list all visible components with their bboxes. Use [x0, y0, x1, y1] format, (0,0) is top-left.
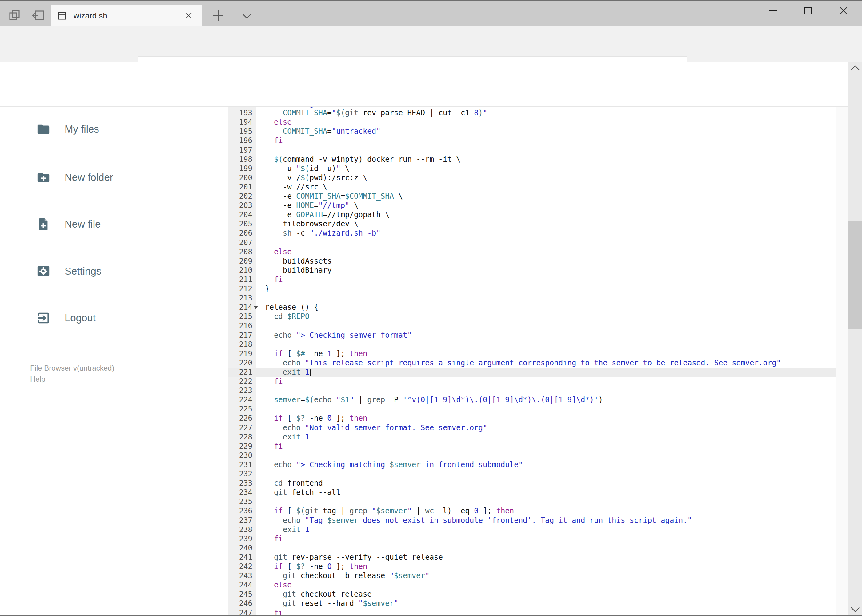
- code-line[interactable]: 217 echo "> Checking semver format": [229, 331, 836, 340]
- code-line[interactable]: 220 echo "This release script requires a…: [229, 358, 836, 368]
- line-number: 203: [229, 201, 252, 210]
- settings-icon: [36, 264, 50, 278]
- code-line[interactable]: 230: [229, 451, 836, 460]
- tab-list-button[interactable]: [237, 9, 257, 23]
- app-header: [0, 61, 862, 107]
- code-line[interactable]: 194 else: [229, 118, 836, 127]
- code-line[interactable]: 238 exit 1: [229, 525, 836, 534]
- scrollbar-thumb[interactable]: [848, 222, 862, 329]
- sidebar-item-new-file[interactable]: New file: [0, 210, 228, 238]
- code-line[interactable]: 197: [229, 146, 836, 155]
- code-line[interactable]: 237 echo "Tag $semver does not exist in …: [229, 516, 836, 525]
- code-text: exit 1: [265, 525, 310, 534]
- code-line[interactable]: 210 buildBinary: [229, 266, 836, 275]
- code-line[interactable]: 244 else: [229, 580, 836, 590]
- code-line[interactable]: 236 if [ $(git tag | grep "$semver" | wc…: [229, 506, 836, 516]
- line-number: 202: [229, 192, 252, 201]
- code-line[interactable]: 239 fi: [229, 534, 836, 544]
- fold-arrow-icon[interactable]: [254, 306, 258, 309]
- code-text: else: [265, 247, 292, 256]
- code-line[interactable]: 206 sh -c "./wizard.sh -b": [229, 228, 836, 238]
- code-line[interactable]: 227 echo "Not valid semver format. See s…: [229, 423, 836, 433]
- code-line[interactable]: 196 fi: [229, 136, 836, 146]
- code-line[interactable]: 202 -e COMMIT_SHA=$COMMIT_SHA \: [229, 192, 836, 201]
- sidebar-footer: File Browser v(untracked) Help: [30, 363, 114, 385]
- help-link[interactable]: Help: [30, 374, 114, 385]
- sidebar-item-new-folder[interactable]: New folder: [0, 163, 228, 192]
- code-line[interactable]: 242 if [ $? -ne 0 ]; then: [229, 562, 836, 571]
- code-line[interactable]: 233 cd frontend: [229, 479, 836, 488]
- browser-tab[interactable]: wizard.sh: [51, 5, 202, 27]
- code-line[interactable]: 203 -e HOME="//tmp" \: [229, 201, 836, 211]
- sidebar-item-my-files[interactable]: My files: [0, 115, 228, 143]
- code-line[interactable]: 246 git reset --hard "$semver": [229, 599, 836, 608]
- tab-close-button[interactable]: [182, 9, 195, 22]
- line-number: 233: [229, 479, 252, 488]
- code-line[interactable]: 201 -w //src \: [229, 182, 836, 192]
- code-text: }: [265, 284, 269, 293]
- code-line-active[interactable]: 221 exit 1: [229, 368, 836, 377]
- code-line[interactable]: 240: [229, 544, 836, 553]
- code-line[interactable]: 207: [229, 238, 836, 248]
- line-number: 196: [229, 136, 252, 145]
- logout-icon: [36, 311, 50, 325]
- code-line[interactable]: 209 buildAssets: [229, 256, 836, 266]
- minimize-button[interactable]: [759, 1, 786, 21]
- code-line[interactable]: 215 cd $REPO: [229, 312, 836, 321]
- code-line[interactable]: 232: [229, 469, 836, 479]
- sidebar-item-logout[interactable]: Logout: [0, 304, 228, 332]
- code-text: sh -c "./wizard.sh -b": [265, 228, 381, 238]
- code-line[interactable]: 193 COMMIT_SHA="$(git rev-parse HEAD | c…: [229, 108, 836, 118]
- code-line[interactable]: 208 else: [229, 247, 836, 257]
- code-text: git checkout -b release "$semver": [265, 571, 430, 580]
- maximize-button[interactable]: [794, 1, 822, 21]
- code-line[interactable]: 235: [229, 497, 836, 506]
- code-line[interactable]: 204 -e GOPATH=//tmp/gopath \: [229, 210, 836, 220]
- code-line[interactable]: 226 if [ $? -ne 0 ]; then: [229, 414, 836, 423]
- code-line[interactable]: 205 filebrowser/dev \: [229, 219, 836, 229]
- code-line[interactable]: 223: [229, 386, 836, 396]
- code-line[interactable]: 231 echo "> Checking matching $semver in…: [229, 460, 836, 470]
- line-number: 226: [229, 414, 252, 423]
- window-close-button[interactable]: [830, 1, 857, 21]
- code-line[interactable]: 228 exit 1: [229, 432, 836, 442]
- code-text: fi: [265, 534, 283, 544]
- code-line[interactable]: 214release () {: [229, 303, 836, 312]
- line-number: 209: [229, 256, 252, 266]
- code-line[interactable]: 216: [229, 321, 836, 331]
- code-line[interactable]: 219 if [ $# -ne 1 ]; then: [229, 349, 836, 358]
- code-line[interactable]: 234 git fetch --all: [229, 488, 836, 497]
- scrollbar[interactable]: [848, 61, 862, 616]
- line-number: 225: [229, 404, 252, 414]
- code-line[interactable]: 195 COMMIT_SHA="untracked": [229, 127, 836, 136]
- code-editor[interactable]: 192if [ -d ".git" ]; then193 COMMIT_SHA=…: [229, 107, 836, 616]
- scroll-down-button[interactable]: [848, 603, 862, 616]
- code-line[interactable]: 225: [229, 404, 836, 414]
- code-line[interactable]: 198 $(command -v winpty) docker run --rm…: [229, 155, 836, 164]
- code-line[interactable]: 199 -u "$(id -u)" \: [229, 164, 836, 173]
- code-line[interactable]: 241 git rev-parse --verify --quiet relea…: [229, 553, 836, 562]
- code-text: if [ $# -ne 1 ]; then: [265, 349, 367, 358]
- code-line[interactable]: 245 git checkout release: [229, 589, 836, 599]
- scroll-up-button[interactable]: [848, 61, 862, 74]
- code-line[interactable]: 229 fi: [229, 442, 836, 451]
- code-line[interactable]: 243 git checkout -b release "$semver": [229, 571, 836, 581]
- line-number: 207: [229, 238, 252, 247]
- set-tabs-aside-button[interactable]: [30, 7, 48, 24]
- new-tab-button[interactable]: [208, 7, 228, 24]
- code-text: fi: [265, 377, 283, 386]
- line-number: 240: [229, 544, 252, 553]
- sidebar-item-settings[interactable]: Settings: [0, 257, 228, 285]
- code-line[interactable]: 212}: [229, 284, 836, 294]
- code-line[interactable]: 218: [229, 340, 836, 349]
- line-number: 222: [229, 377, 252, 386]
- code-line[interactable]: 213: [229, 293, 836, 303]
- code-line[interactable]: 222 fi: [229, 377, 836, 386]
- code-line[interactable]: 224 semver=$(echo "$1" | grep -P '^v(0|[…: [229, 395, 836, 405]
- code-line[interactable]: 200 -v /$(pwd):/src:z \: [229, 173, 836, 183]
- tab-preview-button[interactable]: [6, 7, 24, 24]
- line-number: 217: [229, 331, 252, 340]
- code-line[interactable]: 211 fi: [229, 275, 836, 284]
- file-plus-icon: [36, 217, 50, 231]
- sidebar-divider: [0, 248, 227, 248]
